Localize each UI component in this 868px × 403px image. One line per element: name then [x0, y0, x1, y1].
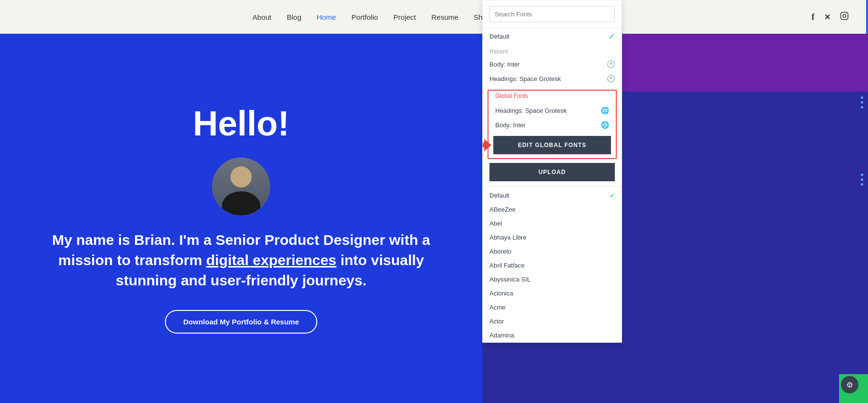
avatar-image: [212, 158, 270, 215]
nav-resume[interactable]: Resume: [432, 13, 459, 21]
font-list-actor[interactable]: Actor: [483, 314, 622, 328]
clock-icon-2: 🕐: [607, 75, 615, 82]
font-item-global-headings[interactable]: Headings: Space Grotesk 🌐: [488, 103, 616, 118]
nav-project[interactable]: Project: [393, 13, 416, 21]
font-list-default[interactable]: Default ✓: [483, 188, 622, 202]
nav-blog[interactable]: Blog: [287, 13, 301, 21]
bio-highlight: digital experiences: [206, 252, 336, 268]
font-search-input[interactable]: [489, 6, 615, 22]
dots-icon-top[interactable]: [861, 96, 863, 108]
global-fonts-label: Global Fonts: [488, 91, 616, 103]
clock-icon: 🕐: [607, 60, 615, 68]
svg-marker-3: [482, 139, 491, 151]
font-list-aclonica[interactable]: Aclonica: [483, 286, 622, 300]
hero-section: Hello! My name is Brian. I'm a Senior Pr…: [0, 34, 482, 403]
global-fonts-highlight-box: Global Fonts Headings: Space Grotesk 🌐 B…: [488, 90, 617, 159]
blue-accent-bar: [866, 0, 868, 34]
hero-title: Hello!: [193, 104, 289, 143]
globe-icon-2: 🌐: [601, 121, 609, 129]
font-label: Default: [489, 33, 509, 40]
font-label: Abhaya Libre: [489, 234, 527, 241]
font-list-abel[interactable]: Abel: [483, 216, 622, 230]
recent-section-label: Recent: [483, 44, 622, 57]
avatar-body: [222, 191, 260, 215]
divider: [483, 186, 622, 187]
font-list-abril-fatface[interactable]: Abril Fatface: [483, 258, 622, 272]
font-label: Default: [489, 192, 509, 199]
selected-check-icon: ✓: [610, 192, 615, 199]
edit-global-btn-area: EDIT GLOBAL FONTS ↖: [488, 132, 616, 158]
tool-settings-icon[interactable]: ⚙: [841, 376, 858, 393]
font-label: Abril Fatface: [489, 262, 525, 269]
font-item-headings-space[interactable]: Headings: Space Grotesk 🕐: [483, 71, 622, 86]
hero-bio: My name is Brian. I'm a Senior Product D…: [43, 230, 439, 291]
svg-point-2: [846, 13, 847, 14]
font-label: Body: Inter: [489, 61, 520, 68]
facebook-icon[interactable]: f: [812, 12, 814, 22]
font-label: Acme: [489, 304, 505, 311]
font-label: Headings: Space Grotesk: [495, 107, 567, 114]
twitter-x-icon[interactable]: ✕: [824, 13, 830, 22]
font-item-body-inter[interactable]: Body: Inter 🕐: [483, 57, 622, 71]
avatar: [212, 158, 270, 215]
svg-rect-0: [841, 12, 848, 19]
font-list-adamina[interactable]: Adamina: [483, 328, 622, 342]
font-label: Body: Inter: [495, 121, 526, 129]
download-cta-button[interactable]: Download My Portfolio & Resume: [165, 310, 317, 334]
font-label: Abel: [489, 220, 502, 227]
font-list-acme[interactable]: Acme: [483, 300, 622, 314]
font-label: Abyssinica SIL: [489, 276, 530, 283]
nav-home[interactable]: Home: [317, 13, 336, 21]
font-list-abhaya-libre[interactable]: Abhaya Libre: [483, 230, 622, 244]
avatar-head: [231, 166, 252, 188]
nav-about[interactable]: About: [253, 13, 271, 21]
font-label: Aclonica: [489, 290, 513, 297]
font-label: ABeeZee: [489, 206, 515, 213]
svg-point-1: [843, 14, 846, 17]
instagram-icon[interactable]: [840, 12, 849, 23]
font-label: Actor: [489, 318, 504, 325]
font-item-global-body[interactable]: Body: Inter 🌐: [488, 118, 616, 132]
nav-portfolio[interactable]: Portfolio: [352, 13, 378, 21]
font-list-abyssinica[interactable]: Abyssinica SIL: [483, 272, 622, 286]
font-item-default-top[interactable]: Default ✓: [483, 28, 622, 44]
font-label: Adamina: [489, 332, 514, 339]
font-list-abeezee[interactable]: ABeeZee: [483, 202, 622, 216]
font-dropdown-panel: Default ✓ Recent Body: Inter 🕐 Headings:…: [482, 0, 622, 343]
check-icon: ✓: [609, 32, 615, 41]
social-icons: f ✕: [812, 12, 849, 23]
upload-button[interactable]: UPLOAD: [489, 163, 615, 181]
cursor-indicator: ↖: [549, 146, 556, 156]
font-list-aboreto[interactable]: Aboreto: [483, 244, 622, 258]
font-label: Aboreto: [489, 248, 512, 255]
dots-icon-mid[interactable]: [861, 174, 863, 186]
globe-icon: 🌐: [601, 107, 609, 114]
site-header: About Blog Home Portfolio Project Resume…: [0, 0, 868, 34]
font-label: Headings: Space Grotesk: [489, 75, 561, 82]
font-search-box: [483, 0, 622, 28]
red-arrow-indicator: [482, 138, 491, 152]
